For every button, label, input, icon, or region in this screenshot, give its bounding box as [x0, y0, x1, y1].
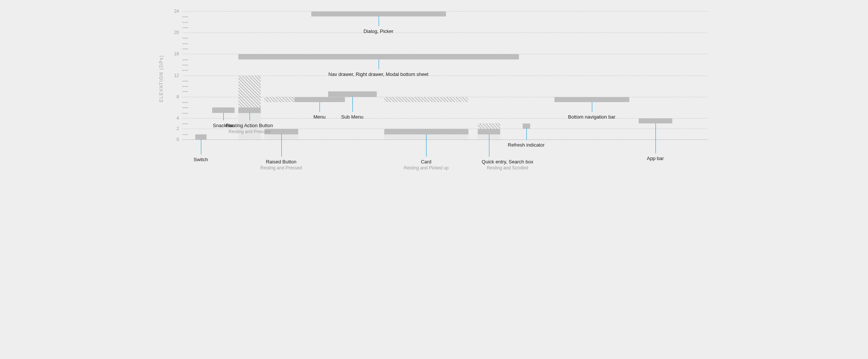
y-minor-tick — [182, 86, 188, 87]
label-search: Quick entry, Search boxResting and Scrol… — [482, 159, 534, 171]
y-minor-tick — [182, 65, 188, 65]
y-minor-tick — [182, 49, 188, 49]
y-minor-tick — [182, 16, 188, 17]
y-minor-tick — [182, 134, 188, 135]
label-refresh: Refresh indicator — [508, 142, 544, 148]
y-minor-tick — [182, 102, 188, 103]
leader-dialog — [379, 16, 379, 26]
y-minor-tick — [182, 81, 188, 82]
label-card: CardResting and Picked up — [404, 159, 449, 171]
label-dialog: Dialog, Picker — [363, 28, 393, 34]
leader-refresh — [526, 129, 527, 140]
y-minor-tick — [182, 43, 188, 44]
gridline — [182, 139, 708, 140]
leader-bnav — [592, 102, 592, 112]
leader-snackbar — [223, 113, 224, 120]
y-minor-tick — [182, 22, 188, 23]
y-tick-label: 24 — [169, 9, 179, 14]
y-tick-label: 0 — [169, 137, 179, 142]
bar-search — [478, 11, 500, 139]
leader-drawer — [379, 59, 379, 69]
y-minor-tick — [182, 123, 188, 124]
leader-search — [489, 134, 489, 157]
y-minor-tick — [182, 113, 188, 114]
y-minor-tick — [182, 27, 188, 28]
leader-menu — [320, 102, 320, 112]
y-tick-label: 2 — [169, 126, 179, 131]
y-tick-label: 20 — [169, 30, 179, 35]
bar-bnav — [554, 11, 629, 139]
y-minor-tick — [182, 91, 188, 92]
plot-area: 024812162024Dialog, PickerNav drawer, Ri… — [182, 11, 708, 140]
label-drawer: Nav drawer, Right drawer, Modal bottom s… — [328, 71, 428, 77]
label-fab: Floating Action ButtonResting and Presse… — [226, 123, 273, 134]
elevation-chart: ELEVATION (DPs) 024812162024Dialog, Pick… — [145, 0, 724, 239]
label-menu: Menu — [314, 114, 326, 120]
y-tick-label: 16 — [169, 51, 179, 56]
y-minor-tick — [182, 70, 188, 71]
y-tick-label: 12 — [169, 73, 179, 78]
label-raised: Raised ButtonResting and Pressed — [260, 159, 302, 171]
bar-switch — [195, 11, 207, 139]
leader-card — [426, 134, 427, 157]
leader-appbar — [655, 123, 656, 153]
y-axis-title: ELEVATION (DPs) — [159, 55, 164, 102]
bar-refresh — [523, 11, 530, 139]
y-minor-tick — [182, 38, 188, 39]
label-switch: Switch — [193, 157, 208, 162]
label-appbar: App bar — [647, 156, 664, 161]
leader-fab — [250, 113, 250, 120]
label-bnav: Bottom navigation bar — [568, 114, 615, 120]
y-tick-label: 4 — [169, 116, 179, 121]
leader-raised — [281, 134, 282, 157]
y-tick-label: 8 — [169, 94, 179, 99]
leader-submenu — [352, 97, 353, 112]
y-minor-tick — [182, 107, 188, 108]
label-submenu: Sub Menu — [341, 114, 363, 120]
y-minor-tick — [182, 59, 188, 60]
bar-appbar — [639, 11, 672, 139]
bar-snackbar — [212, 11, 235, 139]
leader-switch — [201, 139, 201, 154]
